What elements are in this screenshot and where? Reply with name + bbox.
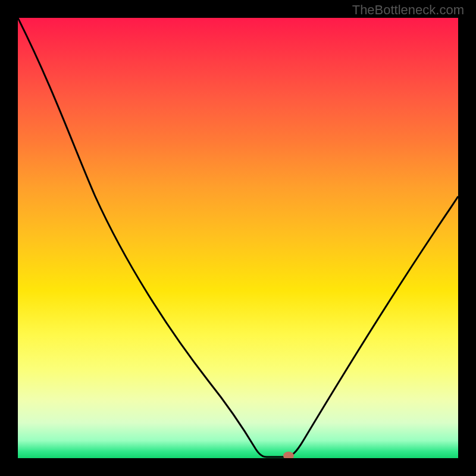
optimal-point-marker — [283, 452, 294, 458]
curve-layer — [18, 18, 458, 458]
watermark-text: TheBottleneck.com — [352, 2, 464, 18]
plot-area — [18, 18, 458, 458]
bottleneck-curve-path — [18, 18, 458, 457]
